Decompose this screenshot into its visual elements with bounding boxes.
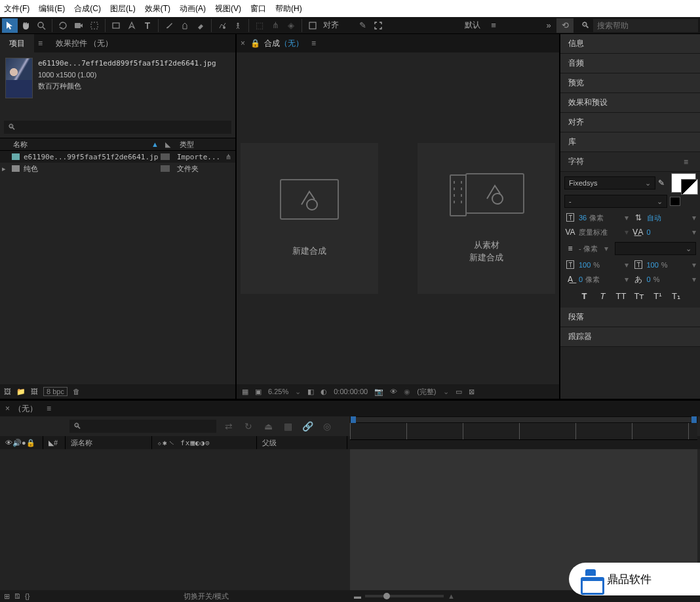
folder-icon[interactable]: 📁 [16,388,26,396]
zoom-in-icon[interactable]: ▲ [448,592,455,600]
res-icon[interactable]: ▦ [242,388,248,396]
eraser-tool[interactable] [193,18,208,33]
menu-comp[interactable]: 合成(C) [74,3,101,14]
col-name[interactable]: 名称 [13,140,28,150]
switches-button[interactable]: 切换开关/模式 [184,592,229,601]
font-style-select[interactable]: -⌄ [564,195,667,208]
panel-tracker[interactable]: 跟踪器 [560,327,700,347]
show-icon[interactable]: 👁 [390,388,397,395]
solo-col-icon[interactable]: ● [22,439,26,447]
superscript-button[interactable]: T¹ [651,291,665,301]
bone-icon[interactable]: ⋔ [267,18,283,33]
toggle-1-icon[interactable]: ⊞ [4,592,10,601]
toggle-icon[interactable]: ◐ [321,388,327,396]
time-ruler[interactable] [350,423,697,440]
help-search-input[interactable] [593,19,698,32]
workspace-selector[interactable]: 默认 [459,18,486,32]
stroke-swatch[interactable] [670,197,680,206]
zoom-out-icon[interactable]: ▬ [354,592,361,600]
trash-icon[interactable]: 🗑 [73,388,80,395]
snap-label[interactable]: 对齐 [321,20,341,31]
zoom-slider[interactable] [365,595,444,597]
panel-align[interactable]: 对齐 [560,113,700,132]
panel-library[interactable]: 库 [560,132,700,152]
type-tool[interactable] [140,18,155,33]
lock-icon[interactable]: 🔒 [250,39,260,48]
stroke-style-select[interactable]: ⌄ [615,242,696,255]
tl-icon-5[interactable]: 🔗 [300,421,315,431]
menu-layer[interactable]: 图层(L) [110,3,136,14]
sync-icon[interactable]: ⟲ [556,18,574,33]
new-composition-button[interactable]: 新建合成 [241,143,378,294]
puppet-tool[interactable] [230,18,246,33]
toggle-3-icon[interactable]: {} [25,592,29,601]
tab-effect-controls[interactable]: 效果控件 （无） [47,34,122,52]
project-item-image[interactable]: e61190e...99f5faaf51f2de6641.jp Importe.… [0,151,235,163]
menu-window[interactable]: 窗口 [250,3,266,14]
tab-project[interactable]: 项目 [0,34,34,52]
tl-icon-1[interactable]: ⇄ [222,421,236,431]
view1-icon[interactable]: ▭ [456,388,462,396]
selection-tool[interactable] [2,18,18,33]
clone-tool[interactable] [177,18,193,33]
panel-character[interactable]: 字符≡ [560,152,700,172]
col-type[interactable]: 类型 [173,140,194,150]
wand-icon[interactable]: ✎ [355,18,370,33]
panel-presets[interactable]: 效果和预设 [560,93,700,113]
asset-thumbnail[interactable] [5,58,33,98]
snapshot-icon[interactable]: 📷 [374,388,383,396]
orbit-tool[interactable] [55,18,71,33]
mask-icon[interactable]: ◧ [307,388,314,396]
timeline-close-icon[interactable]: × [5,404,10,413]
chevron-right-icon[interactable]: » [541,18,556,33]
font-family-select[interactable]: Fixedsys⌄ [564,176,655,190]
hand-tool[interactable] [18,18,33,33]
allcaps-button[interactable]: TT [615,291,628,301]
timeline-search[interactable]: 🔍︎ [69,420,216,433]
eyedropper-icon[interactable]: ✎ [658,178,669,188]
color-swatch[interactable] [671,173,696,193]
grid-icon[interactable]: ▣ [255,388,262,396]
stroke-width[interactable]: - 像素 [579,244,598,254]
menu-edit[interactable]: 编辑(E) [39,3,65,14]
zoom-tool[interactable] [33,18,49,33]
expand-icon[interactable] [370,18,386,33]
menu-anim[interactable]: 动画(A) [180,3,206,14]
resolution-dropdown[interactable]: (完整) [417,387,436,397]
mesh-icon[interactable]: ⬚ [252,18,267,33]
project-filter-input[interactable]: 🔍︎ [4,121,231,134]
snap-icon[interactable] [305,18,321,33]
sort-arrow-icon[interactable]: ▲ [151,140,159,148]
timeline-menu-icon[interactable]: ≡ [43,404,55,413]
toggle-2-icon[interactable]: 🖻 [14,592,21,601]
3d-icon[interactable]: ◉ [404,388,410,396]
panel-info[interactable]: 信息 [560,34,700,54]
panel-paragraph[interactable]: 段落 [560,308,700,327]
rect-tool[interactable] [108,18,124,33]
menu-file[interactable]: 文件(F) [4,3,29,14]
menu-help[interactable]: 帮助(H) [275,3,302,14]
tl-icon-6[interactable]: ◎ [320,421,334,431]
work-area-bar[interactable] [350,416,697,423]
interpret-icon[interactable]: 🖼 [4,388,11,395]
smallcaps-button[interactable]: Tᴛ [633,291,646,301]
timecode[interactable]: 0:00:00:00 [334,388,368,395]
bold-button[interactable]: T [578,291,591,301]
col-switches[interactable]: ⬦✱⟍ fx▦◐◑⊙ [152,436,257,449]
project-item-solids[interactable]: ▸ 纯色 文件夹 [0,163,235,174]
col-parent[interactable]: 父级 [257,436,347,449]
warp-icon[interactable]: ◈ [283,18,299,33]
subscript-button[interactable]: T₁ [670,291,683,301]
panel-audio[interactable]: 音频 [560,54,700,73]
speaker-col-icon[interactable]: 🔊 [12,439,22,447]
comp-menu-icon[interactable]: ≡ [307,39,320,48]
panel-preview[interactable]: 预览 [560,73,700,93]
comp-from-footage-button[interactable]: 从素材新建合成 [418,143,555,294]
lock-col-icon[interactable]: 🔒 [26,439,35,447]
view2-icon[interactable]: ⊠ [469,388,475,396]
menu-view[interactable]: 视图(V) [215,3,241,14]
italic-button[interactable]: T [596,291,610,301]
tl-icon-3[interactable]: ⏏ [261,421,275,431]
camera-tool[interactable] [71,18,87,33]
col-source-name[interactable]: 源名称 [66,436,152,449]
